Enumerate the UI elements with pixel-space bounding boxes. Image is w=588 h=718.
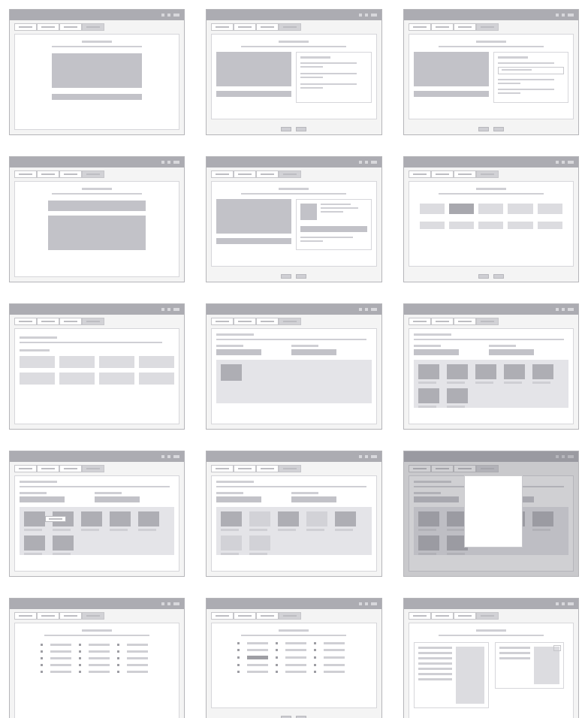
tab[interactable] [409, 318, 431, 325]
thumb[interactable] [24, 511, 45, 526]
pager-next[interactable] [493, 127, 504, 131]
tab[interactable] [211, 612, 234, 620]
tab-active[interactable] [82, 23, 104, 31]
tab[interactable] [14, 170, 37, 178]
text-input[interactable] [498, 67, 564, 74]
tab[interactable] [59, 23, 82, 31]
tab[interactable] [409, 23, 431, 31]
thumb-disabled[interactable] [249, 535, 270, 551]
tab[interactable] [256, 23, 279, 31]
tab[interactable] [37, 612, 59, 620]
tab[interactable] [234, 23, 256, 31]
tab[interactable] [37, 465, 59, 472]
thumb[interactable] [418, 364, 439, 379]
tab-active[interactable] [82, 465, 104, 472]
tab[interactable] [431, 612, 454, 620]
caption [478, 222, 503, 229]
tab[interactable] [59, 612, 82, 620]
tab[interactable] [211, 318, 234, 325]
thumb-disabled[interactable] [306, 511, 327, 526]
thumb[interactable] [278, 511, 299, 526]
tab[interactable] [454, 612, 476, 620]
category-tab[interactable] [420, 204, 445, 214]
pager-prev[interactable] [478, 274, 489, 279]
tab-active[interactable] [279, 170, 301, 178]
tab[interactable] [59, 318, 82, 325]
tab[interactable] [234, 465, 256, 472]
tab-active[interactable] [476, 170, 499, 178]
tab[interactable] [256, 318, 279, 325]
tab[interactable] [14, 23, 37, 31]
tab-active[interactable] [279, 318, 301, 325]
pager-prev[interactable] [281, 274, 291, 279]
tab-active[interactable] [476, 318, 499, 325]
category-tab-active[interactable] [449, 204, 474, 214]
thumb[interactable] [110, 511, 131, 526]
tab[interactable] [431, 23, 454, 31]
tab[interactable] [14, 318, 37, 325]
tab[interactable] [431, 170, 454, 178]
tab[interactable] [37, 170, 59, 178]
tab[interactable] [59, 465, 82, 472]
tab[interactable] [59, 170, 82, 178]
thumb-disabled[interactable] [221, 535, 242, 551]
tab[interactable] [256, 170, 279, 178]
thumb[interactable] [447, 388, 468, 403]
pager-next[interactable] [296, 274, 306, 279]
tab[interactable] [454, 23, 476, 31]
tab[interactable] [454, 318, 476, 325]
pager-prev[interactable] [478, 127, 489, 131]
tab[interactable] [256, 612, 279, 620]
tab[interactable] [234, 318, 256, 325]
tab[interactable] [37, 318, 59, 325]
thumb[interactable] [221, 511, 242, 526]
tab[interactable] [14, 612, 37, 620]
tab[interactable] [37, 23, 59, 31]
tab-active[interactable] [82, 318, 104, 325]
modal-dialog[interactable] [464, 475, 523, 548]
thumb[interactable] [532, 364, 553, 379]
thumb[interactable] [418, 388, 439, 403]
tab-active[interactable] [82, 170, 104, 178]
thumb[interactable] [221, 364, 242, 381]
tab-active[interactable] [476, 23, 499, 31]
card-side-block [534, 647, 559, 684]
thumb[interactable] [335, 511, 356, 526]
category-tab[interactable] [538, 204, 562, 214]
tab[interactable] [256, 465, 279, 472]
thumb[interactable] [53, 535, 74, 551]
tab[interactable] [431, 318, 454, 325]
thumb[interactable] [504, 364, 525, 379]
pager-prev[interactable] [281, 127, 291, 131]
subtitle [241, 46, 346, 47]
tab[interactable] [409, 170, 431, 178]
pager-next[interactable] [493, 274, 504, 279]
thumb[interactable] [447, 364, 468, 379]
tab[interactable] [14, 465, 37, 472]
thumb[interactable] [81, 511, 102, 526]
thumb[interactable] [138, 511, 159, 526]
tab[interactable] [211, 23, 234, 31]
pager-next[interactable] [296, 127, 306, 131]
cell [59, 356, 95, 368]
tab-active[interactable] [476, 612, 499, 620]
tab[interactable] [454, 170, 476, 178]
tab-active[interactable] [82, 612, 104, 620]
tab[interactable] [409, 612, 431, 620]
category-tab[interactable] [508, 204, 532, 214]
list-row-selected[interactable] [237, 656, 350, 659]
tab-active[interactable] [279, 23, 301, 31]
thumb[interactable] [24, 535, 45, 551]
category-tab[interactable] [478, 204, 503, 214]
tab[interactable] [234, 612, 256, 620]
wireframe-thumb-grid-modal [403, 451, 579, 577]
close-icon[interactable] [553, 645, 561, 651]
tab[interactable] [234, 170, 256, 178]
tab-active[interactable] [279, 465, 301, 472]
tab[interactable] [211, 465, 234, 472]
tab-active[interactable] [279, 612, 301, 620]
thumb[interactable] [475, 364, 496, 379]
thumb-disabled[interactable] [249, 511, 270, 526]
tab[interactable] [211, 170, 234, 178]
cell [139, 373, 174, 385]
